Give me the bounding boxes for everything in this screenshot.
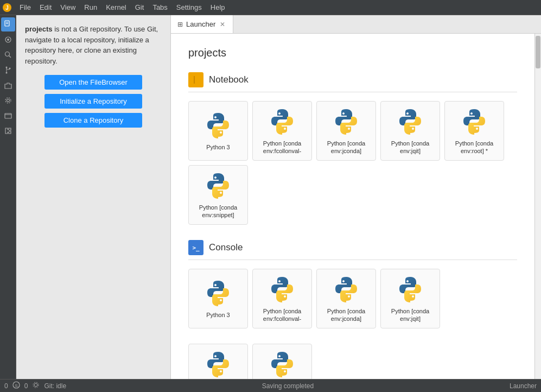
status-message: Saving completed <box>262 382 314 390</box>
python-logo-icon <box>460 107 488 135</box>
python-logo-icon <box>268 275 296 303</box>
python-logo-icon <box>204 279 232 307</box>
menu-settings[interactable]: Settings <box>172 2 206 12</box>
python-logo-icon <box>332 275 360 303</box>
menu-help[interactable]: Help <box>206 2 230 12</box>
svg-point-6 <box>7 39 9 41</box>
tab-bar: ⊞ Launcher ✕ <box>171 15 541 34</box>
kernel-label: Python [conda env:jconda] <box>321 307 371 323</box>
status-launcher-label: Launcher <box>510 382 537 390</box>
python-snippet-console[interactable]: Python [conda env:snippet] <box>252 344 312 379</box>
kernel-label: Python [conda env:fcollonval- <box>257 140 307 155</box>
kernel-label: Python [conda env:root] * <box>449 140 499 155</box>
status-center: Saving completed <box>73 382 503 390</box>
menu-git[interactable]: Git <box>131 2 149 12</box>
python3-console[interactable]: Python 3 <box>188 269 248 328</box>
menu-edit[interactable]: Edit <box>35 2 56 12</box>
open-filebrowser-button[interactable]: Open the FileBrowser <box>44 75 142 90</box>
console-section-label: Console <box>209 242 243 253</box>
svg-point-10 <box>5 72 7 74</box>
svg-text:J: J <box>5 5 9 11</box>
status-left: 0 S 0 Git: idle <box>4 381 66 390</box>
initialize-repository-button[interactable]: Initialize a Repository <box>44 94 142 109</box>
launcher-page-title: projects <box>188 47 517 59</box>
kernel-label: Python [conda env:jqit] <box>385 307 435 323</box>
sidebar-settings-icon[interactable] <box>1 93 15 108</box>
sidebar-folder-icon[interactable] <box>1 109 15 123</box>
python-root-notebook[interactable]: Python [conda env:root] * <box>444 101 504 161</box>
python-fcollonval-console[interactable]: Python [conda env:fcollonval- <box>252 269 312 328</box>
svg-rect-17 <box>194 76 195 84</box>
git-status: Git: idle <box>44 382 66 390</box>
python3-notebook[interactable]: Python 3 <box>188 101 248 161</box>
svg-rect-16 <box>193 77 199 83</box>
kernel-label: Python 3 <box>206 143 230 151</box>
svg-point-9 <box>5 67 7 68</box>
extra-kernels-grid: Python [conda env:root] Python [conda en… <box>188 344 517 379</box>
notebook-section-header: Notebook <box>188 72 517 92</box>
svg-point-13 <box>7 99 9 102</box>
sidebar-extensions-icon[interactable] <box>1 78 15 92</box>
python-jconda-notebook[interactable]: Python [conda env:jconda] <box>316 101 376 161</box>
menu-kernel[interactable]: Kernel <box>101 2 131 12</box>
console-section-header: >_ Console <box>188 240 517 260</box>
python-logo-icon <box>268 107 296 135</box>
python-logo-icon <box>268 350 296 378</box>
app-logo: J <box>2 3 12 12</box>
svg-text:S: S <box>15 383 17 388</box>
status-right: Launcher <box>510 382 537 390</box>
launcher-tab-icon: ⊞ <box>177 21 183 28</box>
status-count: 0 <box>24 382 28 390</box>
kernel-label: Python [conda env:fcollonval- <box>257 307 307 323</box>
scrollbar-thumb[interactable] <box>536 36 540 68</box>
launcher-tab[interactable]: ⊞ Launcher ✕ <box>171 15 233 33</box>
console-section-icon: >_ <box>188 240 203 255</box>
python-jconda-console[interactable]: Python [conda env:jconda] <box>316 269 376 328</box>
sidebar-icons <box>0 15 16 379</box>
launcher-tab-label: Launcher <box>186 20 215 28</box>
kernel-label: Python [conda env:snippet] <box>193 204 243 219</box>
sidebar-running-icon[interactable] <box>1 33 15 47</box>
notebook-kernels-grid: Python 3 Python [conda env:fcollonval- <box>188 101 517 225</box>
python-jqit-notebook[interactable]: Python [conda env:jqit] <box>380 101 440 161</box>
status-zero: 0 <box>4 382 8 390</box>
launcher-content: projects Notebook <box>171 34 534 379</box>
python-logo-icon <box>204 111 232 139</box>
notebook-section-icon <box>188 72 203 87</box>
python-root-console[interactable]: Python [conda env:root] <box>188 344 248 379</box>
clone-repository-button[interactable]: Clone a Repository <box>44 113 142 128</box>
kernel-label: Python [conda env:jqit] <box>385 140 435 155</box>
launcher-tab-close[interactable]: ✕ <box>219 21 226 28</box>
python-fcollonval-notebook[interactable]: Python [conda env:fcollonval- <box>252 101 312 161</box>
sidebar-files-icon[interactable] <box>1 17 15 31</box>
kernel-label: Python [conda env:jconda] <box>321 140 371 155</box>
svg-point-11 <box>9 68 10 69</box>
python-logo-icon <box>204 171 232 199</box>
sidebar-git-icon[interactable] <box>1 63 15 77</box>
python-logo-icon <box>396 107 424 135</box>
sidebar-search-icon[interactable] <box>1 48 15 62</box>
svg-point-7 <box>5 52 9 56</box>
scrollbar-track[interactable] <box>534 34 541 379</box>
git-panel: projects is not a Git repository. To use… <box>16 15 171 379</box>
status-gear-icon <box>32 381 40 390</box>
sidebar-puzzle-icon[interactable] <box>1 124 15 138</box>
python-logo-icon <box>332 107 360 135</box>
python-logo-icon <box>204 350 232 378</box>
launcher-area: ⊞ Launcher ✕ projects Notebook <box>171 15 541 379</box>
menu-tabs[interactable]: Tabs <box>148 2 171 12</box>
main-area: projects is not a Git repository. To use… <box>0 15 541 379</box>
status-bar: 0 S 0 Git: idle Saving completed Launche… <box>0 379 541 392</box>
menubar: J File Edit View Run Kernel Git Tabs Set… <box>0 0 541 15</box>
python-snippet-notebook[interactable]: Python [conda env:snippet] <box>188 165 248 225</box>
svg-point-20 <box>34 383 37 387</box>
python-jqit-console[interactable]: Python [conda env:jqit] <box>380 269 440 328</box>
console-kernels-grid: Python 3 Python [conda env:fcollonval- <box>188 269 517 328</box>
menu-view[interactable]: View <box>56 2 80 12</box>
python-logo-icon <box>396 275 424 303</box>
notebook-section-label: Notebook <box>209 74 249 85</box>
svg-rect-15 <box>5 113 11 118</box>
menu-run[interactable]: Run <box>80 2 101 12</box>
svg-point-14 <box>5 98 11 103</box>
menu-file[interactable]: File <box>15 2 35 12</box>
